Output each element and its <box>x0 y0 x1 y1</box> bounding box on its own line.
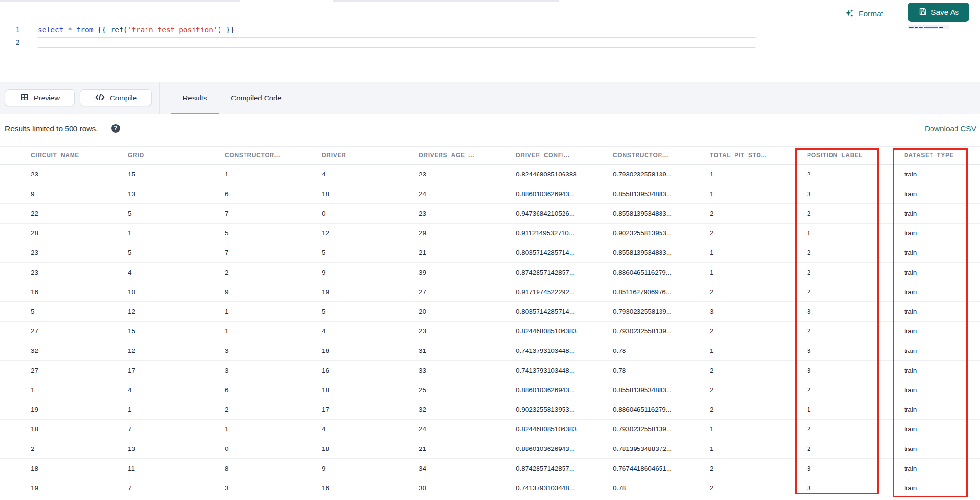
table-row: 2717316330.7413793103448...0.7823train <box>0 361 980 380</box>
table-cell: 9 <box>6 190 103 198</box>
download-csv-link[interactable]: Download CSV <box>925 125 976 133</box>
table-cell: 2 <box>783 249 880 256</box>
table-cell: train <box>880 425 977 433</box>
column-header-driver: DRIVER <box>297 152 394 159</box>
save-as-label: Save As <box>931 8 959 17</box>
table-cell: train <box>880 465 977 472</box>
table-row: 281512290.9112149532710...0.902325581395… <box>0 224 980 243</box>
table-cell: 3 <box>783 347 880 354</box>
minimap-code-mark <box>919 27 923 28</box>
minimap-code-mark <box>909 27 914 28</box>
table-cell: 19 <box>297 288 394 296</box>
compile-label: Compile <box>110 94 137 102</box>
table-cell: 1 <box>103 406 200 413</box>
table-cell: 3 <box>783 484 880 492</box>
table-cell: train <box>880 210 977 217</box>
code-line-2[interactable]: 2 <box>0 37 764 48</box>
tab-compiled-code[interactable]: Compiled Code <box>221 82 291 114</box>
tab-results[interactable]: Results <box>171 82 219 114</box>
table-cell: 17 <box>103 367 200 374</box>
table-cell: 1 <box>686 269 783 276</box>
table-cell: 2 <box>686 406 783 413</box>
column-header-position-label: POSITION_LABEL <box>783 152 880 159</box>
table-cell: 16 <box>6 288 103 296</box>
table-cell: 6 <box>200 386 297 394</box>
table-cell: 2 <box>783 327 880 335</box>
table-cell: 0.8035714285714... <box>491 308 588 315</box>
editor-minimap[interactable] <box>908 25 949 29</box>
table-cell: train <box>880 308 977 315</box>
table-cell: 3 <box>200 347 297 354</box>
sparkles-icon <box>844 8 855 19</box>
table-row: 197316300.7413793103448...0.7823train <box>0 478 980 498</box>
table-cell: train <box>880 445 977 452</box>
table-cell: 2 <box>200 269 297 276</box>
table-cell: 10 <box>103 288 200 296</box>
save-as-button[interactable]: Save As <box>908 3 969 22</box>
table-cell: 30 <box>394 484 491 492</box>
column-header-drivers-age: DRIVERS_AGE_... <box>394 152 491 159</box>
column-header-grid: GRID <box>103 152 200 159</box>
table-row: 181189340.8742857142857...0.767441860465… <box>0 459 980 478</box>
table-cell: train <box>880 367 977 374</box>
compile-button[interactable]: Compile <box>80 89 152 106</box>
table-cell: 23 <box>6 171 103 178</box>
table-cell: 0.78 <box>588 367 686 374</box>
table-cell: 1 <box>686 445 783 452</box>
help-icon[interactable]: ? <box>111 124 120 133</box>
line-number-2: 2 <box>0 37 20 48</box>
column-header-constructor: CONSTRUCTOR... <box>200 152 297 159</box>
table-row: 913618240.8860103626943...0.855813953488… <box>0 184 980 204</box>
table-cell: train <box>880 288 977 296</box>
table-cell: 3 <box>783 367 880 374</box>
table-cell: 1 <box>686 249 783 256</box>
table-cell: 23 <box>394 210 491 217</box>
table-cell: 1 <box>200 327 297 335</box>
table-cell: 3 <box>783 308 880 315</box>
table-cell: 23 <box>394 327 491 335</box>
table-cell: 0.8742857142857... <box>491 269 588 276</box>
sql-star: * <box>68 26 72 34</box>
preview-button[interactable]: Preview <box>5 89 75 106</box>
save-icon <box>918 7 927 18</box>
table-cell: 0.8860103626943... <box>491 386 588 394</box>
table-row: 191217320.9023255813953...0.886046511627… <box>0 400 980 420</box>
table-cell: 2 <box>783 288 880 296</box>
table-cell: 3 <box>686 308 783 315</box>
line-number-1: 1 <box>0 25 20 35</box>
table-cell: 0.8511627906976... <box>588 288 686 296</box>
minimap-code-mark <box>939 27 943 28</box>
table-cell: 29 <box>394 229 491 237</box>
table-cell: 0.8742857142857... <box>491 465 588 472</box>
format-button[interactable]: Format <box>844 6 883 21</box>
table-cell: 1 <box>686 171 783 178</box>
table-cell: 17 <box>297 406 394 413</box>
table-cell: 33 <box>394 367 491 374</box>
table-cell: 1 <box>200 425 297 433</box>
table-cell: 18 <box>297 445 394 452</box>
table-cell: 0.8558139534883... <box>588 210 686 217</box>
table-cell: 1 <box>686 347 783 354</box>
table-cell: 1 <box>686 190 783 198</box>
table-cell: 0.7813953488372... <box>588 445 686 452</box>
table-cell: train <box>880 269 977 276</box>
table-row: 22570230.9473684210526...0.8558139534883… <box>0 204 980 224</box>
table-cell: 7 <box>200 249 297 256</box>
table-cell: 0.8860103626943... <box>491 445 588 452</box>
sql-editor[interactable]: Format Save As 1 select * from {{ ref('t… <box>0 2 980 82</box>
table-cell: 0.8860103626943... <box>491 190 588 198</box>
table-row: 14618250.8860103626943...0.8558139534883… <box>0 380 980 400</box>
table-cell: 2 <box>686 386 783 394</box>
table-cell: train <box>880 171 977 178</box>
table-cell: 0.8558139534883... <box>588 386 686 394</box>
table-row: 3212316310.7413793103448...0.7813train <box>0 341 980 361</box>
table-cell: 7 <box>103 484 200 492</box>
column-header-driver-confi: DRIVER_CONFI... <box>491 152 588 159</box>
table-cell: 0.7930232558139... <box>588 425 686 433</box>
table-cell: 0.7930232558139... <box>588 308 686 315</box>
code-line-1[interactable]: 1 select * from {{ ref('train_test_posit… <box>0 25 764 35</box>
table-cell: 5 <box>103 210 200 217</box>
table-cell: 2 <box>6 445 103 452</box>
table-cell: 0.824468085106383 <box>491 327 588 335</box>
table-row: 51215200.8035714285714...0.7930232558139… <box>0 302 980 322</box>
